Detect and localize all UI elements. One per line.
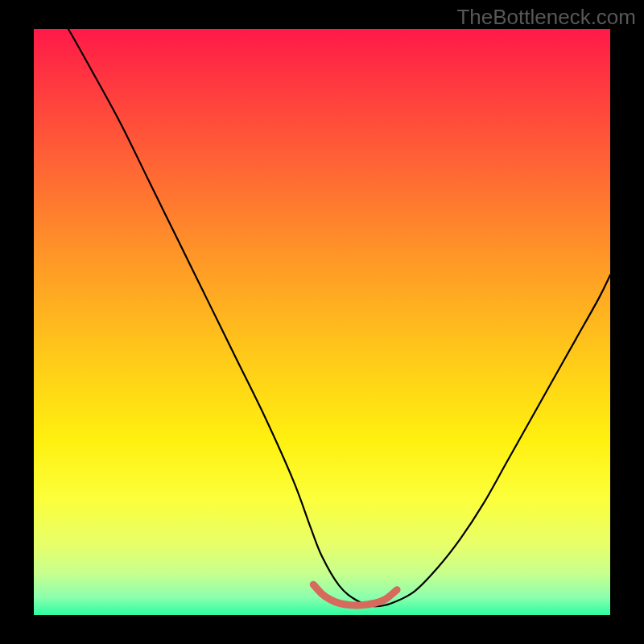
plot-background <box>34 29 610 615</box>
watermark-text: TheBottleneck.com <box>456 5 636 30</box>
chart-frame: TheBottleneck.com <box>0 0 644 644</box>
chart-canvas <box>0 0 644 644</box>
